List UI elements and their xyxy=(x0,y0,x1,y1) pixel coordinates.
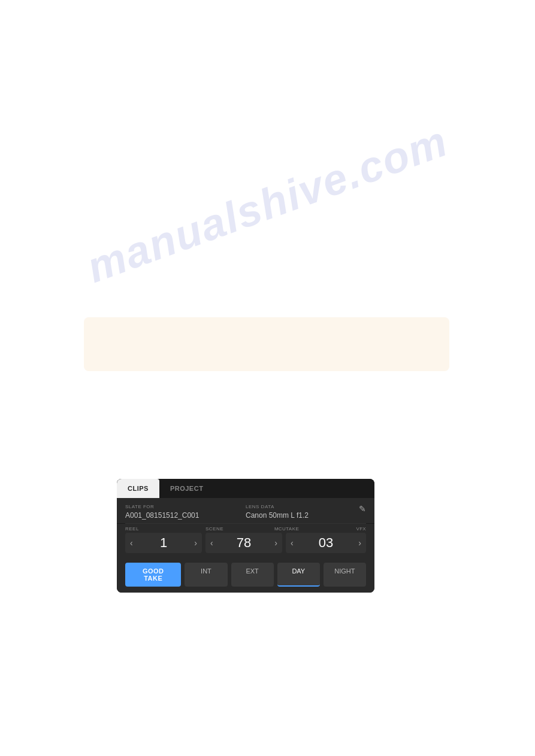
take-increment-button[interactable]: › xyxy=(353,537,366,549)
top-info-section: SLATE FOR A001_08151512_C001 LENS DATA C… xyxy=(117,498,374,523)
night-button[interactable]: NIGHT xyxy=(324,563,366,587)
scene-decrement-button[interactable]: ‹ xyxy=(205,537,218,549)
lens-block: LENS DATA Canon 50mm L f1.2 xyxy=(246,504,309,520)
scene-label-row: SCENE MCU xyxy=(205,526,286,533)
watermark: manualshive.com xyxy=(0,180,535,756)
int-button[interactable]: INT xyxy=(185,563,227,587)
take-group: TAKE VFX ‹ 03 › xyxy=(286,526,366,553)
ui-panel: CLIPS PROJECT SLATE FOR A001_08151512_C0… xyxy=(117,479,374,593)
take-value: 03 xyxy=(298,535,354,551)
reel-label: REEL xyxy=(125,526,205,532)
scene-stepper: ‹ 78 › xyxy=(205,533,282,553)
reel-stepper: ‹ 1 › xyxy=(125,533,202,553)
reel-group: REEL ‹ 1 › xyxy=(125,526,205,553)
edit-icon[interactable]: ✎ xyxy=(359,504,366,514)
bottom-row: GOOD TAKE INT EXT DAY NIGHT xyxy=(117,558,374,593)
scene-group: SCENE MCU ‹ 78 › xyxy=(205,526,286,553)
scene-badge: MCU xyxy=(274,526,286,533)
lens-value: Canon 50mm L f1.2 xyxy=(246,511,309,520)
controls-row: REEL ‹ 1 › SCENE MCU ‹ 78 › TAKE VFX xyxy=(117,524,374,558)
tabs-bar: CLIPS PROJECT xyxy=(117,479,374,498)
take-badge: VFX xyxy=(356,526,366,533)
slate-label: SLATE FOR xyxy=(125,504,246,509)
scene-label: SCENE xyxy=(205,526,223,532)
slate-block: SLATE FOR A001_08151512_C001 xyxy=(125,504,246,520)
lens-section: LENS DATA Canon 50mm L f1.2 ✎ xyxy=(246,504,366,520)
take-label: TAKE xyxy=(286,526,299,532)
scene-value: 78 xyxy=(218,535,270,551)
take-stepper: ‹ 03 › xyxy=(286,533,366,553)
scene-increment-button[interactable]: › xyxy=(270,537,282,549)
lens-label: LENS DATA xyxy=(246,504,309,509)
reel-increment-button[interactable]: › xyxy=(189,537,202,549)
tab-project[interactable]: PROJECT xyxy=(159,479,214,498)
take-decrement-button[interactable]: ‹ xyxy=(286,537,298,549)
ext-button[interactable]: EXT xyxy=(231,563,274,587)
tab-clips[interactable]: CLIPS xyxy=(117,479,159,498)
reel-decrement-button[interactable]: ‹ xyxy=(125,537,138,549)
day-button[interactable]: DAY xyxy=(277,563,320,587)
cream-banner xyxy=(84,317,449,371)
watermark-text: manualshive.com xyxy=(80,116,454,292)
good-take-button[interactable]: GOOD TAKE xyxy=(125,563,181,587)
take-label-row: TAKE VFX xyxy=(286,526,366,533)
reel-value: 1 xyxy=(138,535,190,551)
slate-value: A001_08151512_C001 xyxy=(125,511,246,520)
